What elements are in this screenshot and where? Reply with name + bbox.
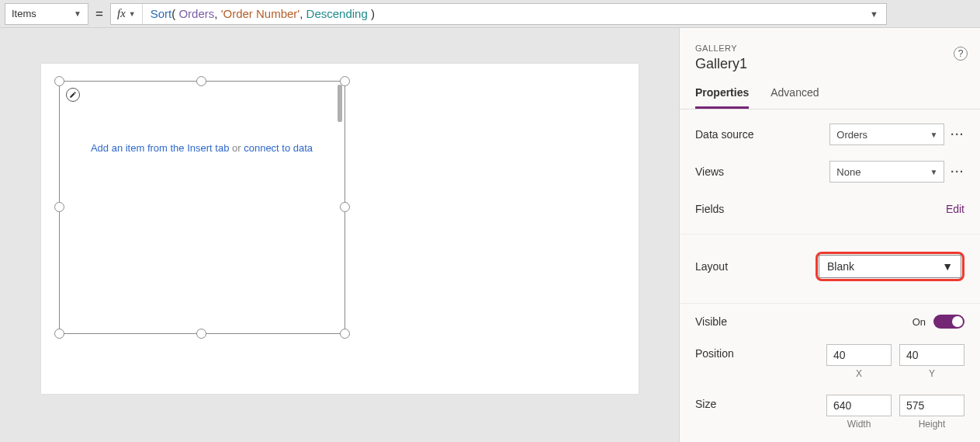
hint-connect-link[interactable]: connect to data (244, 142, 313, 154)
fields-edit-link[interactable]: Edit (946, 203, 964, 215)
row-views: Views None ▼ ··· (680, 153, 980, 190)
formula-input[interactable]: fx ▼ Sort( Orders, 'Order Number', Desce… (110, 3, 887, 25)
gallery-selection[interactable]: Add an item from the Insert tab or conne… (59, 81, 345, 334)
resize-handle[interactable] (340, 329, 350, 339)
edit-template-icon[interactable] (66, 88, 80, 102)
row-visible: Visible On (680, 303, 980, 336)
control-type-label: GALLERY (695, 44, 964, 53)
data-source-dropdown[interactable]: Orders ▼ (829, 124, 944, 145)
position-x-caption: X (826, 368, 892, 379)
formula-text: Sort( Orders, 'Order Number', Descending… (143, 7, 383, 20)
visible-label: Visible (695, 315, 727, 328)
resize-handle[interactable] (196, 76, 206, 86)
panel-header: GALLERY Gallery1 ? (680, 28, 980, 72)
layout-label: Layout (695, 260, 728, 273)
fx-button[interactable]: fx ▼ (111, 4, 143, 24)
control-name[interactable]: Gallery1 (695, 56, 964, 72)
resize-handle[interactable] (340, 202, 350, 212)
resize-handle[interactable] (54, 202, 64, 212)
visible-toggle[interactable] (933, 315, 964, 329)
views-more-icon[interactable]: ··· (944, 165, 964, 178)
formula-bar-row: Items ▼ = fx ▼ Sort( Orders, 'Order Numb… (0, 0, 980, 28)
hint-insert-link[interactable]: Add an item from the Insert tab (91, 142, 229, 154)
chevron-down-icon: ▼ (74, 9, 81, 18)
properties-panel: GALLERY Gallery1 ? Properties Advanced D… (679, 28, 980, 442)
position-label: Position (695, 344, 734, 360)
row-position: Position X Y (680, 336, 980, 387)
position-y-caption: Y (899, 368, 964, 379)
row-layout: Layout Blank ▼ (680, 234, 980, 298)
resize-handle[interactable] (54, 329, 64, 339)
resize-handle[interactable] (196, 329, 206, 339)
expand-formula-chevron-icon[interactable]: ▼ (862, 9, 886, 19)
size-width-caption: Width (826, 419, 892, 430)
layout-value: Blank (827, 260, 854, 273)
gallery-hint: Add an item from the Insert tab or conne… (60, 142, 345, 154)
data-source-more-icon[interactable]: ··· (944, 128, 964, 141)
fields-label: Fields (695, 203, 724, 215)
panel-body: Data source Orders ▼ ··· Views None ▼ (680, 110, 980, 437)
views-dropdown[interactable]: None ▼ (829, 161, 944, 183)
canvas-screen[interactable]: Add an item from the Insert tab or conne… (41, 64, 639, 394)
property-dropdown-label: Items (12, 8, 36, 19)
property-dropdown[interactable]: Items ▼ (5, 3, 88, 25)
size-label: Size (695, 395, 716, 410)
tab-advanced[interactable]: Advanced (770, 86, 819, 109)
main-area: Add an item from the Insert tab or conne… (0, 28, 980, 442)
row-data-source: Data source Orders ▼ ··· (680, 110, 980, 153)
views-value: None (836, 166, 861, 178)
row-size: Size Width Height (680, 387, 980, 437)
chevron-down-icon: ▼ (930, 168, 937, 176)
tab-properties[interactable]: Properties (695, 86, 749, 109)
position-x-input[interactable] (826, 344, 892, 366)
gallery-scrollbar[interactable] (338, 85, 342, 122)
chevron-down-icon: ▼ (942, 260, 953, 273)
chevron-down-icon: ▼ (930, 131, 937, 139)
panel-tabs: Properties Advanced (680, 72, 980, 110)
resize-handle[interactable] (54, 76, 64, 86)
views-label: Views (695, 165, 724, 178)
visible-state: On (912, 316, 926, 328)
hint-mid-text: or (229, 142, 244, 154)
help-icon[interactable]: ? (954, 47, 968, 61)
size-height-caption: Height (899, 419, 964, 430)
equals-sign: = (88, 6, 110, 22)
chevron-down-icon: ▼ (129, 10, 136, 18)
size-height-input[interactable] (899, 395, 964, 416)
position-y-input[interactable] (899, 344, 964, 366)
data-source-label: Data source (695, 128, 753, 141)
fx-label: fx (117, 7, 126, 20)
data-source-value: Orders (836, 129, 867, 141)
layout-highlight: Blank ▼ (816, 252, 964, 281)
layout-dropdown[interactable]: Blank ▼ (819, 255, 961, 278)
size-width-input[interactable] (826, 395, 892, 416)
resize-handle[interactable] (340, 76, 350, 86)
canvas-area: Add an item from the Insert tab or conne… (0, 28, 679, 442)
row-fields: Fields Edit (680, 190, 980, 229)
